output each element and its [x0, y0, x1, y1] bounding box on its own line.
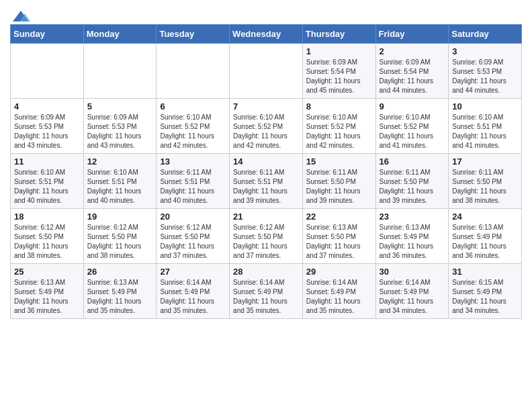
- day-info: Sunrise: 6:10 AM Sunset: 5:52 PM Dayligh…: [380, 113, 445, 150]
- weekday-sunday: Sunday: [11, 25, 84, 44]
- day-number: 14: [233, 156, 299, 167]
- day-number: 17: [452, 156, 518, 167]
- calendar-cell: 6Sunrise: 6:10 AM Sunset: 5:52 PM Daylig…: [157, 99, 230, 154]
- calendar-cell: [11, 44, 84, 99]
- calendar-cell: 20Sunrise: 6:12 AM Sunset: 5:50 PM Dayli…: [157, 209, 230, 264]
- calendar-cell: 15Sunrise: 6:11 AM Sunset: 5:50 PM Dayli…: [302, 154, 375, 209]
- calendar-cell: 29Sunrise: 6:14 AM Sunset: 5:49 PM Dayli…: [302, 264, 375, 319]
- calendar-cell: 24Sunrise: 6:13 AM Sunset: 5:49 PM Dayli…: [449, 209, 522, 264]
- day-number: 5: [87, 101, 153, 111]
- day-info: Sunrise: 6:10 AM Sunset: 5:51 PM Dayligh…: [14, 168, 80, 205]
- day-number: 10: [452, 101, 518, 111]
- calendar-week-3: 11Sunrise: 6:10 AM Sunset: 5:51 PM Dayli…: [11, 154, 522, 209]
- day-number: 30: [380, 267, 445, 277]
- day-info: Sunrise: 6:09 AM Sunset: 5:54 PM Dayligh…: [306, 58, 372, 95]
- calendar-cell: 23Sunrise: 6:13 AM Sunset: 5:49 PM Dayli…: [375, 209, 449, 264]
- calendar-week-5: 25Sunrise: 6:13 AM Sunset: 5:49 PM Dayli…: [11, 264, 522, 319]
- day-number: 12: [87, 156, 153, 167]
- day-number: 24: [452, 212, 518, 222]
- calendar-week-1: 1Sunrise: 6:09 AM Sunset: 5:54 PM Daylig…: [11, 44, 522, 99]
- calendar-cell: 18Sunrise: 6:12 AM Sunset: 5:50 PM Dayli…: [11, 209, 84, 264]
- day-info: Sunrise: 6:11 AM Sunset: 5:50 PM Dayligh…: [306, 168, 372, 205]
- day-number: 18: [14, 212, 80, 222]
- calendar-cell: 2Sunrise: 6:09 AM Sunset: 5:54 PM Daylig…: [375, 44, 449, 99]
- day-info: Sunrise: 6:14 AM Sunset: 5:49 PM Dayligh…: [306, 278, 372, 316]
- day-number: 15: [306, 156, 372, 167]
- calendar-cell: 28Sunrise: 6:14 AM Sunset: 5:49 PM Dayli…: [230, 264, 303, 319]
- calendar-cell: 13Sunrise: 6:11 AM Sunset: 5:51 PM Dayli…: [157, 154, 230, 209]
- day-number: 22: [306, 212, 372, 222]
- day-info: Sunrise: 6:13 AM Sunset: 5:49 PM Dayligh…: [87, 278, 153, 316]
- calendar-cell: 16Sunrise: 6:11 AM Sunset: 5:50 PM Dayli…: [375, 154, 449, 209]
- calendar-cell: [157, 44, 230, 99]
- day-number: 8: [306, 101, 372, 111]
- calendar-cell: 27Sunrise: 6:14 AM Sunset: 5:49 PM Dayli…: [157, 264, 230, 319]
- day-number: 23: [380, 212, 445, 222]
- day-info: Sunrise: 6:10 AM Sunset: 5:52 PM Dayligh…: [306, 113, 372, 150]
- day-number: 13: [160, 156, 226, 167]
- day-info: Sunrise: 6:10 AM Sunset: 5:51 PM Dayligh…: [87, 168, 153, 205]
- day-number: 9: [380, 101, 445, 111]
- day-info: Sunrise: 6:10 AM Sunset: 5:51 PM Dayligh…: [452, 113, 518, 150]
- logo: [10, 7, 30, 21]
- day-number: 19: [87, 212, 153, 222]
- calendar-cell: 1Sunrise: 6:09 AM Sunset: 5:54 PM Daylig…: [302, 44, 375, 99]
- day-number: 16: [380, 156, 445, 167]
- day-info: Sunrise: 6:14 AM Sunset: 5:49 PM Dayligh…: [233, 278, 299, 316]
- calendar-cell: 12Sunrise: 6:10 AM Sunset: 5:51 PM Dayli…: [83, 154, 157, 209]
- calendar-cell: 3Sunrise: 6:09 AM Sunset: 5:53 PM Daylig…: [449, 44, 522, 99]
- day-info: Sunrise: 6:10 AM Sunset: 5:52 PM Dayligh…: [233, 113, 299, 150]
- day-number: 31: [452, 267, 518, 277]
- calendar-body: 1Sunrise: 6:09 AM Sunset: 5:54 PM Daylig…: [11, 44, 522, 319]
- weekday-tuesday: Tuesday: [157, 25, 230, 44]
- day-info: Sunrise: 6:11 AM Sunset: 5:50 PM Dayligh…: [452, 168, 518, 205]
- calendar-cell: 25Sunrise: 6:13 AM Sunset: 5:49 PM Dayli…: [11, 264, 84, 319]
- day-number: 3: [452, 46, 518, 56]
- day-info: Sunrise: 6:13 AM Sunset: 5:49 PM Dayligh…: [452, 223, 518, 261]
- day-info: Sunrise: 6:09 AM Sunset: 5:53 PM Dayligh…: [87, 113, 153, 150]
- day-info: Sunrise: 6:11 AM Sunset: 5:51 PM Dayligh…: [160, 168, 226, 205]
- calendar-cell: [230, 44, 303, 99]
- day-number: 28: [233, 267, 299, 277]
- day-info: Sunrise: 6:13 AM Sunset: 5:50 PM Dayligh…: [306, 223, 372, 261]
- weekday-header-row: SundayMondayTuesdayWednesdayThursdayFrid…: [11, 25, 522, 44]
- weekday-monday: Monday: [83, 25, 157, 44]
- day-info: Sunrise: 6:09 AM Sunset: 5:53 PM Dayligh…: [452, 58, 518, 95]
- day-number: 26: [87, 267, 153, 277]
- day-info: Sunrise: 6:10 AM Sunset: 5:52 PM Dayligh…: [160, 113, 226, 150]
- day-number: 1: [306, 46, 372, 56]
- day-info: Sunrise: 6:14 AM Sunset: 5:49 PM Dayligh…: [160, 278, 226, 316]
- calendar-cell: 17Sunrise: 6:11 AM Sunset: 5:50 PM Dayli…: [449, 154, 522, 209]
- day-number: 29: [306, 267, 372, 277]
- day-info: Sunrise: 6:12 AM Sunset: 5:50 PM Dayligh…: [14, 223, 80, 261]
- calendar-cell: 22Sunrise: 6:13 AM Sunset: 5:50 PM Dayli…: [302, 209, 375, 264]
- calendar-cell: 8Sunrise: 6:10 AM Sunset: 5:52 PM Daylig…: [302, 99, 375, 154]
- calendar-week-2: 4Sunrise: 6:09 AM Sunset: 5:53 PM Daylig…: [11, 99, 522, 154]
- page-header: [10, 7, 522, 21]
- calendar-cell: 10Sunrise: 6:10 AM Sunset: 5:51 PM Dayli…: [449, 99, 522, 154]
- day-info: Sunrise: 6:13 AM Sunset: 5:49 PM Dayligh…: [380, 223, 445, 261]
- weekday-wednesday: Wednesday: [230, 25, 303, 44]
- day-number: 4: [14, 101, 80, 111]
- weekday-friday: Friday: [375, 25, 449, 44]
- calendar-cell: 14Sunrise: 6:11 AM Sunset: 5:51 PM Dayli…: [230, 154, 303, 209]
- day-number: 6: [160, 101, 226, 111]
- calendar-cell: 19Sunrise: 6:12 AM Sunset: 5:50 PM Dayli…: [83, 209, 157, 264]
- day-number: 2: [380, 46, 445, 56]
- calendar-cell: 21Sunrise: 6:12 AM Sunset: 5:50 PM Dayli…: [230, 209, 303, 264]
- day-info: Sunrise: 6:12 AM Sunset: 5:50 PM Dayligh…: [87, 223, 153, 261]
- calendar-cell: 9Sunrise: 6:10 AM Sunset: 5:52 PM Daylig…: [375, 99, 449, 154]
- day-info: Sunrise: 6:09 AM Sunset: 5:53 PM Dayligh…: [14, 113, 80, 150]
- day-info: Sunrise: 6:15 AM Sunset: 5:49 PM Dayligh…: [452, 278, 518, 316]
- day-number: 21: [233, 212, 299, 222]
- weekday-thursday: Thursday: [302, 25, 375, 44]
- logo-icon: [11, 9, 30, 24]
- day-number: 20: [160, 212, 226, 222]
- calendar-cell: 31Sunrise: 6:15 AM Sunset: 5:49 PM Dayli…: [449, 264, 522, 319]
- day-info: Sunrise: 6:12 AM Sunset: 5:50 PM Dayligh…: [233, 223, 299, 261]
- calendar-week-4: 18Sunrise: 6:12 AM Sunset: 5:50 PM Dayli…: [11, 209, 522, 264]
- weekday-saturday: Saturday: [449, 25, 522, 44]
- calendar-cell: [83, 44, 157, 99]
- day-number: 27: [160, 267, 226, 277]
- day-info: Sunrise: 6:11 AM Sunset: 5:51 PM Dayligh…: [233, 168, 299, 205]
